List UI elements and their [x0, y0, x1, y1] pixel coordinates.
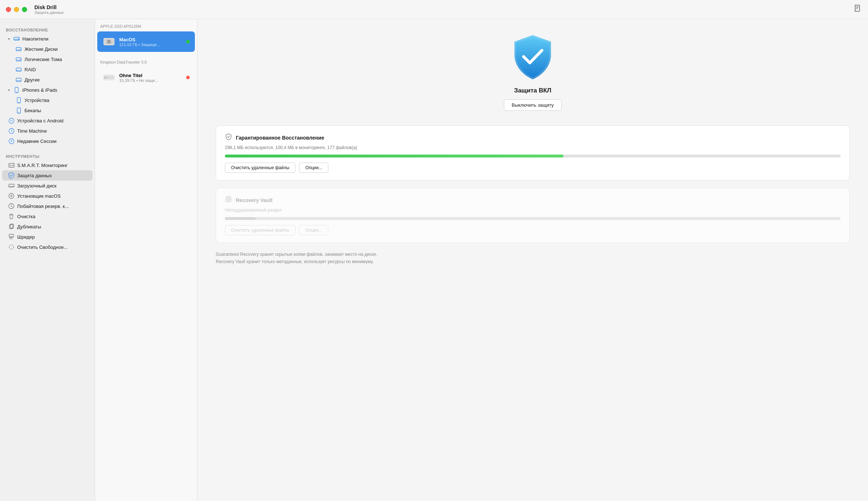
- sidebar-item-drives[interactable]: ▾ Накопители: [2, 34, 93, 44]
- sidebar-item-backups-label: Бекапы: [24, 108, 41, 113]
- device-icon: [15, 97, 22, 103]
- svg-point-59: [228, 199, 229, 200]
- app-title-block: Disk Drill Защита данных: [34, 4, 854, 15]
- svg-point-12: [20, 59, 20, 60]
- sidebar-item-raid-label: RAID: [24, 67, 36, 72]
- sidebar: Восстановление ▾ Накопители Жесткие Диск…: [0, 19, 95, 501]
- recovery-vault-card: Recovery Vault Неподдерживаемый раздел О…: [216, 188, 850, 243]
- raid-icon: [15, 66, 22, 73]
- options-button-2: Опции...: [299, 225, 328, 235]
- iphone-icon: [13, 87, 20, 93]
- smart-icon: [8, 162, 15, 168]
- sidebar-item-drives-label: Накопители: [22, 36, 48, 42]
- toggle-protection-button[interactable]: Выключить защиту: [504, 99, 561, 111]
- minimize-button[interactable]: [14, 7, 19, 12]
- svg-rect-44: [9, 234, 14, 237]
- sidebar-item-android-label: Устройства с Android: [17, 118, 64, 124]
- recent-sessions-icon: [8, 138, 15, 144]
- shredder-icon: [8, 234, 15, 240]
- sidebar-item-recent-sessions[interactable]: Недавние Сессии: [2, 136, 93, 146]
- sidebar-item-time-machine[interactable]: Time Machine: [2, 126, 93, 136]
- sidebar-item-cleanup[interactable]: Очистка: [2, 211, 93, 221]
- sidebar-item-devices[interactable]: Устройства: [2, 95, 93, 105]
- sidebar-item-other[interactable]: Другие: [2, 75, 93, 85]
- footer-note-1: Guaranteed Recovery хранит скрытые копии…: [216, 252, 850, 257]
- sidebar-item-other-label: Другие: [24, 77, 40, 83]
- sidebar-item-shredder[interactable]: Шредер: [2, 232, 93, 242]
- chevron-down-icon: ▾: [8, 37, 10, 41]
- sidebar-item-macos-installer-label: Установщик macOS: [17, 193, 61, 199]
- free-space-icon: [8, 244, 15, 250]
- sidebar-item-data-protection[interactable]: Защита данных: [2, 170, 93, 181]
- apple-ssd-label: APPLE SSD AP0128M: [95, 19, 197, 31]
- cleanup-icon: [8, 213, 15, 220]
- sidebar-item-free-space[interactable]: Очистить Свободное...: [2, 242, 93, 252]
- close-button[interactable]: [6, 7, 11, 12]
- recovery-vault-desc: Неподдерживаемый раздел: [225, 208, 841, 213]
- guaranteed-recovery-card: Гарантированное Восстановление 296,1 МБ …: [216, 125, 850, 181]
- chevron-down-icon-2: ▾: [8, 88, 10, 92]
- macos-disk-icon: [102, 35, 116, 48]
- main-layout: Восстановление ▾ Накопители Жесткие Диск…: [0, 19, 868, 501]
- other-drives-icon: [15, 76, 22, 83]
- traffic-lights: [6, 7, 27, 12]
- sidebar-item-raid[interactable]: RAID: [2, 64, 93, 75]
- macos-disk-detail: 121,02 ГБ • Защище...: [119, 42, 182, 47]
- protection-header: Защита ВКЛ Выключить защиту: [216, 34, 850, 111]
- macos-disk-name: MacOS: [119, 37, 182, 42]
- app-name: Disk Drill: [34, 4, 854, 10]
- sidebar-item-duplicates[interactable]: Дубликаты: [2, 221, 93, 232]
- recovery-vault-actions: Очистить удаленные файлы Опции...: [225, 225, 841, 235]
- options-button-1[interactable]: Опции...: [299, 163, 328, 173]
- macos-status-dot: [186, 40, 190, 43]
- sidebar-item-backups[interactable]: Бекапы: [2, 105, 93, 115]
- disk-item-ohne-titel[interactable]: Ohne Titel 15,39 ГБ • Не защи...: [97, 67, 195, 88]
- sidebar-item-shredder-label: Шредер: [17, 234, 35, 240]
- recovery-section-label: Восстановление: [0, 25, 95, 34]
- sidebar-item-iphones-ipads[interactable]: ▾ iPhones & iPads: [2, 85, 93, 95]
- byte-backup-icon: [8, 203, 15, 209]
- titlebar: Disk Drill Защита данных: [0, 0, 868, 19]
- sidebar-item-macos-installer[interactable]: Установщик macOS: [2, 191, 93, 201]
- footer-notes: Guaranteed Recovery хранит скрытые копии…: [216, 252, 850, 264]
- hdd-icon: [15, 46, 22, 52]
- sidebar-item-free-space-label: Очистить Свободное...: [17, 244, 68, 250]
- help-book-icon[interactable]: [854, 4, 862, 14]
- sidebar-item-hard-disks[interactable]: Жесткие Диски: [2, 44, 93, 54]
- svg-rect-0: [855, 5, 860, 11]
- guaranteed-recovery-progress-fill: [225, 155, 563, 157]
- guaranteed-recovery-actions: Очистить удаленные файлы Опции...: [225, 163, 841, 173]
- svg-rect-14: [16, 68, 21, 71]
- recovery-vault-icon: [225, 196, 232, 205]
- ohne-titel-disk-detail: 15,39 ГБ • Не защи...: [119, 78, 182, 83]
- drive-icon: [13, 35, 20, 42]
- android-icon: [8, 117, 15, 124]
- clear-deleted-files-button[interactable]: Очистить удаленные файлы: [225, 163, 295, 173]
- sidebar-item-data-protection-label: Защита данных: [17, 173, 52, 178]
- tools-section-label: Инструменты: [0, 151, 95, 160]
- sidebar-item-iphones-label: iPhones & iPads: [22, 87, 57, 93]
- disk-panel: APPLE SSD AP0128M MacOS 121,02 ГБ • Защи…: [95, 19, 197, 501]
- sidebar-item-android[interactable]: Устройства с Android: [2, 115, 93, 126]
- sidebar-item-duplicates-label: Дубликаты: [17, 224, 41, 229]
- content-area: Защита ВКЛ Выключить защиту Гарантирован…: [197, 19, 868, 501]
- shield-container: [511, 34, 555, 81]
- disk-item-macos[interactable]: MacOS 121,02 ГБ • Защище...: [97, 31, 195, 52]
- svg-point-9: [20, 49, 20, 49]
- sidebar-item-smart[interactable]: S.M.A.R.T. Мониторинг: [2, 160, 93, 170]
- sidebar-item-logical-volumes[interactable]: Логические Тома: [2, 54, 93, 64]
- sidebar-item-byte-backup-label: Побайтовая резерв. к...: [17, 204, 69, 209]
- guaranteed-recovery-desc: 296,1 МБ используются, 100,4 МБ в монито…: [225, 145, 841, 150]
- sidebar-item-byte-backup[interactable]: Побайтовая резерв. к...: [2, 201, 93, 211]
- maximize-button[interactable]: [22, 7, 27, 12]
- macos-installer-icon: [8, 193, 15, 199]
- svg-point-49: [9, 245, 14, 249]
- sidebar-item-boot-disk[interactable]: Загрузочный диск: [2, 181, 93, 191]
- app-subtitle: Защита данных: [34, 10, 854, 15]
- ohne-titel-disk-icon: [102, 71, 116, 84]
- recovery-vault-progress-fill: [225, 217, 256, 220]
- svg-rect-35: [9, 184, 14, 187]
- sidebar-item-recent-sessions-label: Недавние Сессии: [17, 138, 56, 144]
- footer-note-2: Recovery Vault хранит только метаданные,…: [216, 259, 850, 264]
- guaranteed-recovery-icon: [225, 133, 232, 142]
